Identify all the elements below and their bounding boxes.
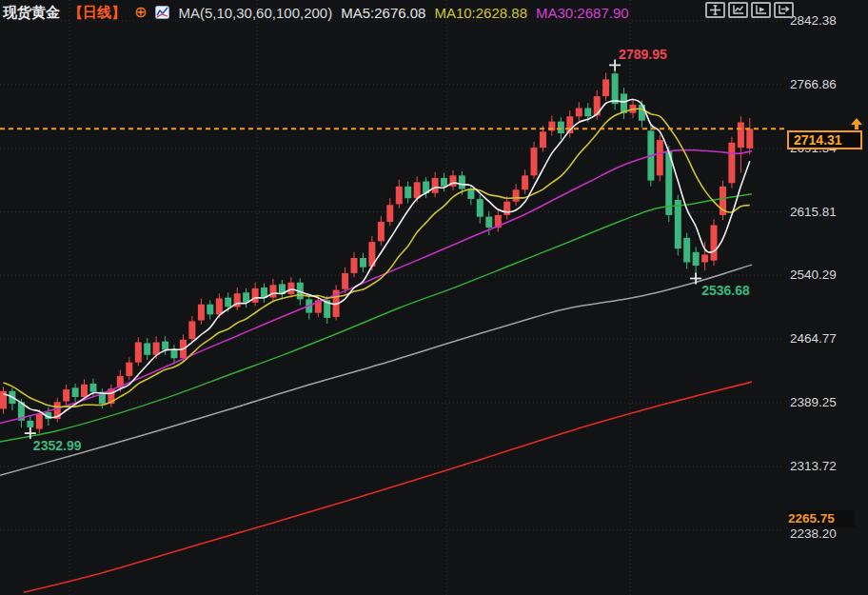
up-candle xyxy=(576,109,582,117)
timeframe-label: 【日线】 xyxy=(69,4,126,22)
up-candle xyxy=(513,189,520,201)
down-candle xyxy=(90,384,97,392)
up-candle xyxy=(711,226,718,261)
ma10-line xyxy=(4,109,750,407)
down-candle xyxy=(207,305,213,315)
up-candle xyxy=(540,131,546,148)
ma5-line xyxy=(4,99,750,417)
chart-export-icon[interactable] xyxy=(774,2,794,18)
chart-panel-icon[interactable] xyxy=(728,2,748,18)
symbol-name: 现货黄金 xyxy=(3,4,60,22)
ma200-line xyxy=(24,382,752,592)
axis-price-label: 2540.29 xyxy=(790,268,864,283)
chart-toolbar xyxy=(705,2,794,18)
down-candle xyxy=(27,421,33,427)
session-low-label: 2265.75 xyxy=(788,510,855,527)
up-candle xyxy=(378,222,385,241)
up-candle xyxy=(342,273,348,289)
down-candle xyxy=(459,175,465,188)
swing-high-annotation: 2789.95 xyxy=(619,47,667,62)
down-candle xyxy=(584,109,591,117)
down-candle xyxy=(225,298,231,307)
axis-price-label: 2464.77 xyxy=(790,331,864,347)
down-candle xyxy=(621,93,627,112)
up-candle xyxy=(503,202,510,215)
up-candle xyxy=(126,363,132,376)
ma100-line xyxy=(0,265,752,475)
axis-price-label: 2389.25 xyxy=(790,395,864,410)
up-candle xyxy=(270,285,277,297)
up-candle xyxy=(432,178,439,193)
down-candle xyxy=(467,188,474,199)
ma60-line xyxy=(0,194,752,442)
current-price-tag: 2714.31 xyxy=(787,130,862,149)
up-candle xyxy=(746,129,753,149)
up-candle xyxy=(0,391,7,409)
circle-plus-icon[interactable]: ⊕ xyxy=(134,6,147,19)
down-candle xyxy=(485,217,492,228)
up-candle xyxy=(450,175,457,187)
chart-play-icon[interactable] xyxy=(751,2,771,18)
down-candle xyxy=(72,387,79,397)
up-candle xyxy=(386,205,393,222)
up-candle xyxy=(63,389,69,401)
price-up-arrow-icon xyxy=(851,118,862,125)
swing-low-annotation: 2536.68 xyxy=(701,283,750,298)
up-candle xyxy=(287,283,294,294)
up-candle xyxy=(602,79,609,96)
down-candle xyxy=(683,238,690,263)
up-candle xyxy=(594,96,601,115)
up-candle xyxy=(36,414,43,429)
down-candle xyxy=(612,73,619,104)
up-candle xyxy=(351,258,358,273)
up-candle xyxy=(188,321,195,339)
chart-style-icon[interactable] xyxy=(155,6,169,19)
chart-legend: 现货黄金 【日线】 ⊕ MA(5,10,30,60,100,200) MA5:2… xyxy=(3,2,629,23)
crosshair-icon[interactable] xyxy=(705,2,725,18)
up-candle xyxy=(657,140,663,175)
price-up-arrow-stem xyxy=(855,125,858,129)
up-candle xyxy=(728,143,735,184)
up-candle xyxy=(522,175,528,189)
up-candle xyxy=(81,385,88,397)
up-candle xyxy=(531,148,538,175)
down-candle xyxy=(171,350,178,359)
down-candle xyxy=(404,187,411,198)
ma5-value-label: MA5:2676.08 xyxy=(341,5,425,21)
ma-params-label: MA(5,10,30,60,100,200) xyxy=(178,5,332,21)
down-candle xyxy=(477,199,483,217)
axis-price-label: 2766.86 xyxy=(790,77,864,92)
axis-price-label: 2842.38 xyxy=(790,13,864,29)
down-candle xyxy=(441,178,447,187)
down-candle xyxy=(360,258,366,268)
up-candle xyxy=(135,343,142,363)
down-candle xyxy=(144,343,150,354)
up-candle xyxy=(414,182,421,198)
up-candle xyxy=(198,305,205,321)
ma30-line xyxy=(0,150,752,424)
up-candle xyxy=(738,123,744,149)
up-candle xyxy=(396,187,403,205)
up-candle xyxy=(701,255,708,263)
left-swing-low-annotation: 2352.99 xyxy=(33,438,82,453)
ma30-value-label: MA30:2687.90 xyxy=(536,5,629,21)
ma10-value-label: MA10:2628.88 xyxy=(434,5,527,21)
up-candle xyxy=(252,288,259,303)
axis-price-label: 2313.72 xyxy=(790,459,864,474)
down-candle xyxy=(558,122,564,133)
axis-price-label: 2238.20 xyxy=(790,526,864,542)
down-candle xyxy=(693,252,700,266)
down-candle xyxy=(162,342,168,350)
down-candle xyxy=(675,200,681,248)
axis-price-label: 2615.81 xyxy=(790,205,864,220)
gold-daily-chart-panel: 现货黄金 【日线】 ⊕ MA(5,10,30,60,100,200) MA5:2… xyxy=(0,0,868,595)
up-candle xyxy=(216,299,223,315)
